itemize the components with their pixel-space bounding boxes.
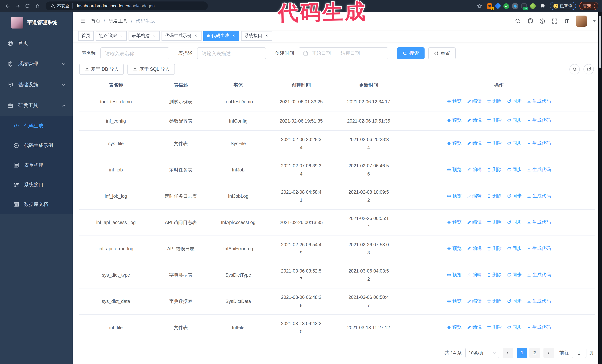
date-range-picker[interactable]: 开始日期 - 结束日期 <box>299 47 388 59</box>
page-size-select[interactable]: 10条/页 <box>465 348 499 358</box>
action-preview-link[interactable]: 预览 <box>447 297 462 305</box>
action-delete-link[interactable]: 删除 <box>487 244 502 252</box>
action-sync-link[interactable]: 同步 <box>507 116 522 125</box>
action-sync-link[interactable]: 同步 <box>507 244 522 252</box>
help-icon[interactable] <box>539 18 546 24</box>
ext-orange-icon[interactable]: 1 <box>487 3 492 9</box>
action-generate-link[interactable]: 生成代码 <box>527 116 551 125</box>
home-icon[interactable] <box>34 2 41 10</box>
scrollbar-thumb[interactable] <box>599 16 601 68</box>
star-icon[interactable] <box>476 2 483 10</box>
sidebar-item-form-builder[interactable]: 表单构建 <box>0 155 73 175</box>
action-edit-link[interactable]: 编辑 <box>467 192 482 200</box>
action-generate-link[interactable]: 生成代码 <box>527 192 551 200</box>
github-icon[interactable] <box>527 18 533 24</box>
sidebar-item-codegen[interactable]: 代码生成 <box>0 116 73 135</box>
tab-form-builder[interactable]: 表单构建 × <box>129 31 160 41</box>
close-icon[interactable]: × <box>264 33 269 38</box>
import-db-button[interactable]: 基于 DB 导入 <box>79 64 124 75</box>
goto-page-input[interactable] <box>572 348 586 358</box>
tab-codegen-example[interactable]: 代码生成示例 × <box>161 31 202 41</box>
kebab-menu-icon[interactable] <box>594 4 595 8</box>
breadcrumb-dev-tools[interactable]: 研发工具 <box>108 18 128 24</box>
close-icon[interactable]: × <box>194 33 198 38</box>
table-name-input[interactable] <box>100 47 169 59</box>
action-edit-link[interactable]: 编辑 <box>467 323 482 331</box>
action-preview-link[interactable]: 预览 <box>447 218 462 226</box>
action-generate-link[interactable]: 生成代码 <box>527 165 551 174</box>
action-generate-link[interactable]: 生成代码 <box>527 297 551 305</box>
action-sync-link[interactable]: 同步 <box>507 218 522 226</box>
action-generate-link[interactable]: 生成代码 <box>527 323 551 331</box>
prev-page-button[interactable] <box>503 348 513 358</box>
action-edit-link[interactable]: 编辑 <box>467 297 482 305</box>
sidebar-item-codegen-example[interactable]: 代码生成示例 <box>0 135 73 155</box>
action-sync-link[interactable]: 同步 <box>507 323 522 331</box>
font-size-icon[interactable]: tT <box>563 18 570 24</box>
action-delete-link[interactable]: 删除 <box>487 297 502 305</box>
forward-icon[interactable] <box>14 2 21 10</box>
action-delete-link[interactable]: 删除 <box>487 218 502 226</box>
paused-badge[interactable]: 已暂停 <box>549 2 576 10</box>
action-generate-link[interactable]: 生成代码 <box>527 139 551 147</box>
action-delete-link[interactable]: 删除 <box>487 270 502 279</box>
action-sync-link[interactable]: 同步 <box>507 270 522 279</box>
sidebar-item-system-management[interactable]: 系统管理 <box>0 54 73 74</box>
app-logo[interactable]: 芋道管理系统 <box>0 12 73 33</box>
action-preview-link[interactable]: 预览 <box>447 244 462 252</box>
action-preview-link[interactable]: 预览 <box>447 116 462 125</box>
update-button[interactable]: 更新 <box>579 2 598 10</box>
action-delete-link[interactable]: 删除 <box>487 323 502 331</box>
menu-fold-icon[interactable] <box>78 17 86 25</box>
fullscreen-icon[interactable] <box>551 18 558 24</box>
action-delete-link[interactable]: 删除 <box>487 97 502 105</box>
tab-codegen[interactable]: 代码生成 × <box>203 31 239 41</box>
action-delete-link[interactable]: 删除 <box>487 116 502 125</box>
import-sql-button[interactable]: 基于 SQL 导入 <box>128 64 175 75</box>
ext-puzzle-icon[interactable] <box>539 2 546 10</box>
reload-icon[interactable] <box>24 2 31 10</box>
ext-green-bot-icon[interactable] <box>530 3 536 9</box>
sidebar-item-system-api[interactable]: 系统接口 <box>0 175 73 194</box>
action-edit-link[interactable]: 编辑 <box>467 244 482 252</box>
action-preview-link[interactable]: 预览 <box>447 97 462 105</box>
next-page-button[interactable] <box>543 348 554 358</box>
window-scrollbar[interactable] <box>598 12 602 364</box>
sidebar-item-dev-tools[interactable]: 研发工具 <box>0 95 73 116</box>
action-delete-link[interactable]: 删除 <box>487 165 502 174</box>
ext-grid-icon[interactable] <box>512 3 518 9</box>
action-preview-link[interactable]: 预览 <box>447 270 462 279</box>
action-sync-link[interactable]: 同步 <box>507 97 522 105</box>
action-sync-link[interactable]: 同步 <box>507 139 522 147</box>
caret-down-icon[interactable] <box>592 19 596 23</box>
tab-home[interactable]: 首页 <box>78 31 94 41</box>
table-desc-input[interactable] <box>197 47 266 59</box>
breadcrumb-home[interactable]: 首页 <box>91 18 100 24</box>
action-preview-link[interactable]: 预览 <box>447 139 462 147</box>
sidebar-item-home[interactable]: 首页 <box>0 33 73 54</box>
back-icon[interactable] <box>4 2 11 10</box>
ext-screen-icon[interactable]: on <box>521 3 527 9</box>
close-icon[interactable]: × <box>118 33 123 38</box>
action-sync-link[interactable]: 同步 <box>507 192 522 200</box>
action-sync-link[interactable]: 同步 <box>507 297 522 305</box>
close-icon[interactable]: × <box>151 33 156 38</box>
action-delete-link[interactable]: 删除 <box>487 139 502 147</box>
page-1-button[interactable]: 1 <box>517 348 527 358</box>
search-toggle-icon[interactable] <box>570 64 580 74</box>
user-avatar[interactable] <box>576 15 587 26</box>
action-preview-link[interactable]: 预览 <box>447 165 462 174</box>
action-generate-link[interactable]: 生成代码 <box>527 244 551 252</box>
action-generate-link[interactable]: 生成代码 <box>527 218 551 226</box>
action-preview-link[interactable]: 预览 <box>447 323 462 331</box>
action-edit-link[interactable]: 编辑 <box>467 218 482 226</box>
refresh-table-icon[interactable] <box>583 64 594 74</box>
search-icon[interactable] <box>515 18 521 24</box>
reset-button[interactable]: 重置 <box>428 47 456 59</box>
ext-blue-diamond-icon[interactable] <box>494 3 501 9</box>
action-generate-link[interactable]: 生成代码 <box>527 270 551 279</box>
tab-system-api[interactable]: 系统接口 × <box>241 31 272 41</box>
action-edit-link[interactable]: 编辑 <box>467 270 482 279</box>
action-edit-link[interactable]: 编辑 <box>467 165 482 174</box>
sidebar-item-database-doc[interactable]: 数据库文档 <box>0 194 73 214</box>
